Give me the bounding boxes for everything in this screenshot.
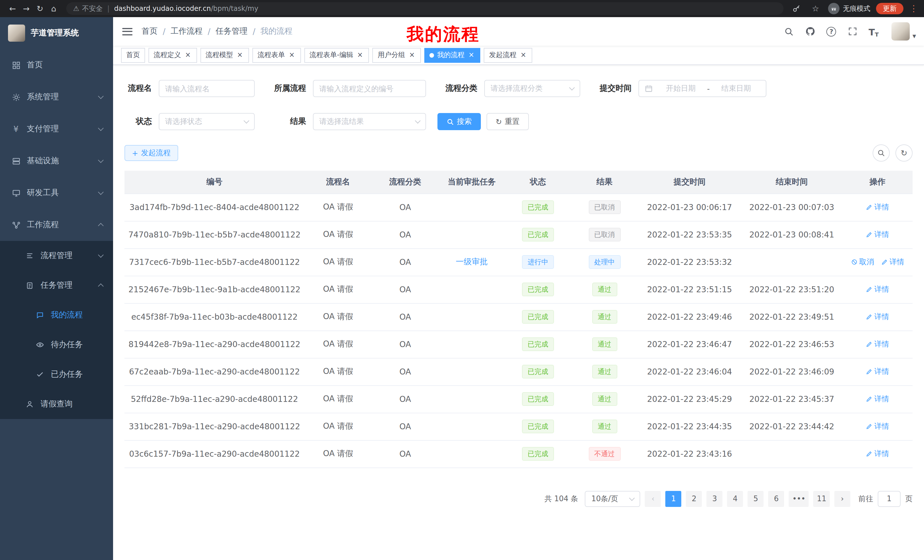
close-icon[interactable]: × <box>519 51 527 59</box>
detail-link[interactable]: 详情 <box>866 449 889 459</box>
font-size-icon[interactable]: TT <box>868 25 879 38</box>
update-button[interactable]: 更新 <box>876 3 903 14</box>
detail-link[interactable]: 详情 <box>881 257 904 267</box>
reload-icon[interactable]: ↻ <box>33 2 47 15</box>
fullscreen-icon[interactable] <box>847 25 858 38</box>
detail-link[interactable]: 详情 <box>866 229 889 240</box>
status-select[interactable]: 请选择状态 <box>159 113 255 130</box>
reset-button[interactable]: ↻ 重置 <box>486 113 529 130</box>
tab-start-process[interactable]: 发起流程× <box>484 48 532 63</box>
page-button-5[interactable]: 5 <box>748 491 764 507</box>
process-name-input[interactable] <box>159 80 255 97</box>
sidebar-item-leave-query[interactable]: 请假查询 <box>0 389 113 419</box>
submit-time-range-picker[interactable]: 开始日期 - 结束日期 <box>639 80 766 97</box>
detail-link[interactable]: 详情 <box>866 367 889 377</box>
tab-process-model[interactable]: 流程模型× <box>201 48 249 63</box>
detail-link[interactable]: 详情 <box>866 421 889 431</box>
page-button-3[interactable]: 3 <box>707 491 723 507</box>
search-button[interactable]: 搜索 <box>438 113 481 130</box>
star-icon[interactable]: ☆ <box>808 2 822 15</box>
process-table: 编号 流程名 流程分类 当前审批任务 状态 结果 提交时间 结束时间 操作 <box>124 171 913 468</box>
col-category: 流程分类 <box>372 171 439 193</box>
owner-process-input[interactable] <box>313 80 426 97</box>
create-process-button[interactable]: + 发起流程 <box>124 145 178 161</box>
calendar-icon <box>645 84 653 93</box>
table-row: 03c6c157-7b9a-11ec-a290-acde48001122 OA … <box>124 440 913 467</box>
help-icon[interactable]: ? <box>826 25 837 38</box>
page-button-4[interactable]: 4 <box>727 491 743 507</box>
sidebar-item-home[interactable]: 首页 <box>0 49 113 81</box>
close-icon[interactable]: × <box>236 51 244 59</box>
github-icon[interactable] <box>805 25 816 38</box>
app-logo-row[interactable]: 芋道管理系统 <box>0 17 113 49</box>
address-bar[interactable]: ⚠ 不安全 | dashboard.yudao.iocoder.cn/bpm/t… <box>66 2 783 15</box>
process-category-select[interactable]: 请选择流程分类 <box>484 80 580 97</box>
sidebar-item-process-management[interactable]: 流程管理 <box>0 241 113 271</box>
tab-process-form-edit[interactable]: 流程表单-编辑× <box>304 48 369 63</box>
sidebar-item-done-tasks[interactable]: 已办任务 <box>0 359 113 389</box>
close-icon[interactable]: × <box>467 51 476 59</box>
detail-link[interactable]: 详情 <box>866 312 889 322</box>
search-icon[interactable] <box>783 25 795 38</box>
sidebar-item-payment[interactable]: ¥ 支付管理 <box>0 113 113 145</box>
col-status: 状态 <box>505 171 571 193</box>
cell-name: OA 请假 <box>304 221 372 248</box>
warning-icon: ⚠ <box>73 4 80 13</box>
detail-link[interactable]: 详情 <box>866 202 889 213</box>
tab-my-process[interactable]: 我的流程× <box>424 48 480 63</box>
tab-user-group[interactable]: 用户分组× <box>373 48 421 63</box>
breadcrumb-task-management[interactable]: 任务管理 <box>216 26 248 36</box>
sidebar-item-devtools[interactable]: 研发工具 <box>0 177 113 209</box>
refresh-table-button[interactable]: ↻ <box>896 144 913 162</box>
user-avatar[interactable]: ▼ <box>891 22 916 40</box>
cell-category: OA <box>372 413 439 440</box>
detail-link[interactable]: 详情 <box>866 394 889 404</box>
hamburger-icon[interactable] <box>122 28 132 35</box>
devtools-icon <box>11 189 21 198</box>
tab-process-form[interactable]: 流程表单× <box>252 48 301 63</box>
cell-category: OA <box>372 248 439 276</box>
page-button-1[interactable]: 1 <box>666 491 682 507</box>
sidebar-item-system[interactable]: 系统管理 <box>0 81 113 113</box>
cell-current-task <box>439 221 505 248</box>
key-icon[interactable] <box>789 2 803 15</box>
prev-page-button[interactable]: ‹ <box>645 491 661 507</box>
breadcrumb: 首页 / 工作流程 / 任务管理 / 我的流程 <box>142 26 292 36</box>
sidebar-item-infrastructure[interactable]: 基础设施 <box>0 145 113 177</box>
tab-home[interactable]: 首页 <box>121 48 145 63</box>
dashboard-icon <box>11 60 21 70</box>
page-button-6[interactable]: 6 <box>768 491 784 507</box>
menu-kebab-icon[interactable]: ⋮ <box>909 2 918 15</box>
breadcrumb-home[interactable]: 首页 <box>142 26 158 36</box>
page-size-select[interactable]: 10条/页 <box>585 491 640 507</box>
sidebar-item-task-management[interactable]: 任务管理 <box>0 271 113 300</box>
toggle-search-button[interactable] <box>873 144 890 162</box>
tab-process-definition[interactable]: 流程定义× <box>148 48 197 63</box>
eye-icon <box>35 340 45 349</box>
sidebar-item-label: 已办任务 <box>51 369 83 380</box>
close-icon[interactable]: × <box>408 51 416 59</box>
result-select[interactable]: 请选择流结果 <box>313 113 426 130</box>
page-button-11[interactable]: 11 <box>813 491 830 507</box>
sidebar-item-todo-tasks[interactable]: 待办任务 <box>0 330 113 359</box>
url-host: dashboard.yudao.iocoder.cn <box>114 4 211 13</box>
next-page-button[interactable]: › <box>834 491 850 507</box>
detail-link[interactable]: 详情 <box>866 339 889 349</box>
close-icon[interactable]: × <box>288 51 296 59</box>
filter-form-row-2: 状态 请选择状态 结果 请选择流结果 <box>124 113 913 130</box>
current-task-link[interactable]: 一级审批 <box>456 257 488 266</box>
sidebar-item-my-process[interactable]: 我的流程 <box>0 300 113 330</box>
more-pages-button[interactable]: ••• <box>789 491 809 507</box>
page-button-2[interactable]: 2 <box>686 491 702 507</box>
sidebar-item-workflow[interactable]: 工作流程 <box>0 209 113 241</box>
goto-page-input[interactable] <box>878 491 901 507</box>
breadcrumb-workflow[interactable]: 工作流程 <box>171 26 202 36</box>
cancel-link[interactable]: 取消 <box>850 257 874 267</box>
forward-icon[interactable]: → <box>20 2 33 15</box>
detail-link[interactable]: 详情 <box>866 284 889 295</box>
back-icon[interactable]: ← <box>6 2 20 15</box>
cell-current-task <box>439 385 505 413</box>
close-icon[interactable]: × <box>356 51 364 59</box>
close-icon[interactable]: × <box>184 51 192 59</box>
home-icon[interactable]: ⌂ <box>47 2 60 15</box>
